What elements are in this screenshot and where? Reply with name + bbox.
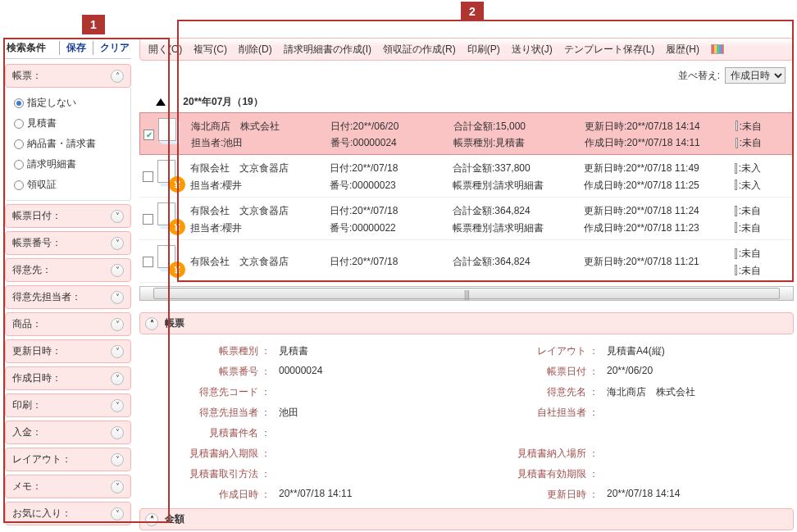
detail-label: 得意先コード ： <box>172 385 279 399</box>
filter-option-label: 請求明細書 <box>27 157 76 171</box>
detail-value: 池田 <box>279 406 476 420</box>
detail-label: 見積書納入期限 ： <box>172 447 279 461</box>
filter-section[interactable]: 得意先：˅ <box>5 258 131 282</box>
group-title: 20**年07月（19） <box>183 96 262 107</box>
toolbar-item[interactable]: 印刷(P) <box>467 43 500 57</box>
toolbar-item[interactable]: 請求明細書の作成(I) <box>284 43 371 57</box>
detail-label: 自社担当者 ： <box>476 406 607 420</box>
filter-body: 指定しない見積書納品書・請求書請求明細書領収証 <box>5 88 131 201</box>
row-total: 合計金額:337,800 <box>453 160 584 176</box>
filter-option[interactable]: 納品書・請求書 <box>14 134 122 154</box>
radio-icon <box>14 98 24 108</box>
clear-link[interactable]: クリア <box>93 41 130 55</box>
row-created: 作成日時:20**/07/18 11:25 <box>584 177 731 193</box>
save-link[interactable]: 保存 <box>59 41 86 55</box>
row-checkbox[interactable] <box>143 257 153 267</box>
filter-option-label: 領収証 <box>27 178 57 192</box>
flag-checkbox[interactable] <box>736 120 738 131</box>
toolbar-item[interactable]: 複写(C) <box>194 43 227 57</box>
toolbar-item[interactable]: 履歴(H) <box>666 43 699 57</box>
toolbar-item[interactable]: 削除(D) <box>239 43 272 57</box>
filter-option-label: 見積書 <box>27 116 57 130</box>
table-row[interactable]: ¥有限会社 文京食器店日付:20**/07/18合計金額:364,824更新日時… <box>139 240 794 283</box>
filter-section[interactable]: 入金：˅ <box>5 421 131 444</box>
flag-checkbox[interactable] <box>735 222 737 233</box>
filter-section-label: 得意先： <box>12 263 52 277</box>
detail-value: 20**/07/18 14:14 <box>607 488 787 502</box>
detail-value <box>279 385 476 399</box>
filter-section[interactable]: 更新日時：˅ <box>5 339 131 363</box>
row-flag2: :未自 <box>740 134 762 151</box>
filter-section[interactable]: 作成日時：˅ <box>5 366 131 390</box>
filter-section[interactable]: 得意先担当者：˅ <box>5 285 131 309</box>
collapse-icon[interactable]: ˄ <box>145 513 158 526</box>
row-checkbox[interactable] <box>143 214 153 225</box>
row-kind: 帳票種別:見積書 <box>453 134 585 151</box>
filter-section[interactable]: レイアウト：˅ <box>5 448 131 471</box>
chevron-down-icon: ˅ <box>111 480 124 493</box>
detail-label: 見積書取引方法 ： <box>172 467 279 481</box>
flag-checkbox[interactable] <box>736 138 738 148</box>
group-header[interactable]: 20**年07月（19） <box>139 89 794 112</box>
filter-section[interactable]: 印刷：˅ <box>5 393 131 417</box>
document-list: ✔海北商店 株式会社担当者:池田日付:20**/06/20番号:00000024… <box>139 112 794 283</box>
row-flag2: :未自 <box>739 262 761 279</box>
detail-value: 見積書 <box>279 344 476 358</box>
chevron-up-icon: ˄ <box>111 70 124 83</box>
search-panel: 検索条件 保存 クリア 帳票： ˄ 指定しない見積書納品書・請求書請求明細書領収… <box>0 38 136 532</box>
toolbar-item[interactable]: テンプレート保存(L) <box>564 43 655 57</box>
row-date: 日付:20**/07/18 <box>330 160 453 176</box>
detail-value <box>607 467 787 481</box>
search-title: 検索条件 <box>7 41 46 55</box>
color-palette-icon[interactable] <box>711 44 724 54</box>
flag-checkbox[interactable] <box>735 265 737 275</box>
row-updated: 更新日時:20**/07/18 11:49 <box>584 160 731 176</box>
detail-label: レイアウト ： <box>476 344 607 358</box>
sort-select[interactable]: 作成日時 <box>725 67 786 84</box>
filter-option-label: 指定しない <box>27 96 76 110</box>
flag-checkbox[interactable] <box>735 206 737 216</box>
filter-option[interactable]: 請求明細書 <box>14 154 122 175</box>
table-row[interactable]: ¥有限会社 文京食器店担当者:櫻井日付:20**/07/18番号:0000002… <box>139 198 794 240</box>
row-flag: :未自 <box>739 245 761 261</box>
detail-section2-title: 金額 <box>165 512 184 526</box>
filter-section[interactable]: メモ：˅ <box>5 475 131 498</box>
filter-option[interactable]: 領収証 <box>14 175 122 195</box>
radio-icon <box>14 119 24 129</box>
flag-checkbox[interactable] <box>735 248 737 259</box>
collapse-icon[interactable]: ˄ <box>145 317 158 330</box>
row-name: 海北商店 株式会社 <box>191 118 330 134</box>
row-total: 合計金額:15,000 <box>453 118 585 134</box>
table-row[interactable]: ✔海北商店 株式会社担当者:池田日付:20**/06/20番号:00000024… <box>139 112 794 155</box>
toolbar-item[interactable]: 領収証の作成(R) <box>383 43 456 57</box>
row-no: 番号:00000023 <box>330 177 453 193</box>
toolbar: 開く(O)複写(C)削除(D)請求明細書の作成(I)領収証の作成(R)印刷(P)… <box>139 38 794 61</box>
filter-option[interactable]: 指定しない <box>14 93 122 113</box>
filter-option[interactable]: 見積書 <box>14 113 122 134</box>
filter-section[interactable]: 帳票日付：˅ <box>5 204 131 228</box>
filter-head-type[interactable]: 帳票： ˄ <box>5 64 131 88</box>
flag-checkbox[interactable] <box>735 180 737 190</box>
detail-value: 20**/07/18 14:11 <box>279 488 476 502</box>
filter-section[interactable]: 商品：˅ <box>5 312 131 336</box>
detail-label: 見積書件名 ： <box>172 426 279 440</box>
row-checkbox[interactable]: ✔ <box>143 130 154 140</box>
chevron-down-icon: ˅ <box>111 372 124 385</box>
chevron-down-icon: ˅ <box>111 507 124 521</box>
row-no: 番号:00000022 <box>330 220 453 236</box>
row-checkbox[interactable] <box>143 171 153 182</box>
filter-section[interactable]: 帳票番号：˅ <box>5 231 131 255</box>
chevron-down-icon: ˅ <box>111 399 124 412</box>
filter-section[interactable]: お気に入り：˅ <box>5 502 131 525</box>
toolbar-item[interactable]: 送り状(J) <box>512 43 553 57</box>
row-tantou: 担当者:櫻井 <box>190 220 330 236</box>
table-row[interactable]: ¥有限会社 文京食器店担当者:櫻井日付:20**/07/18番号:0000002… <box>139 155 794 198</box>
radio-icon <box>14 160 24 170</box>
flag-checkbox[interactable] <box>735 163 737 174</box>
chevron-down-icon: ˅ <box>111 345 124 358</box>
detail-label: 帳票日付 ： <box>476 365 607 379</box>
list-scrollbar[interactable] <box>139 286 794 301</box>
filter-section-label: 商品： <box>12 317 42 331</box>
detail-label: 見積書有効期限 ： <box>476 467 607 481</box>
toolbar-item[interactable]: 開く(O) <box>148 43 182 57</box>
